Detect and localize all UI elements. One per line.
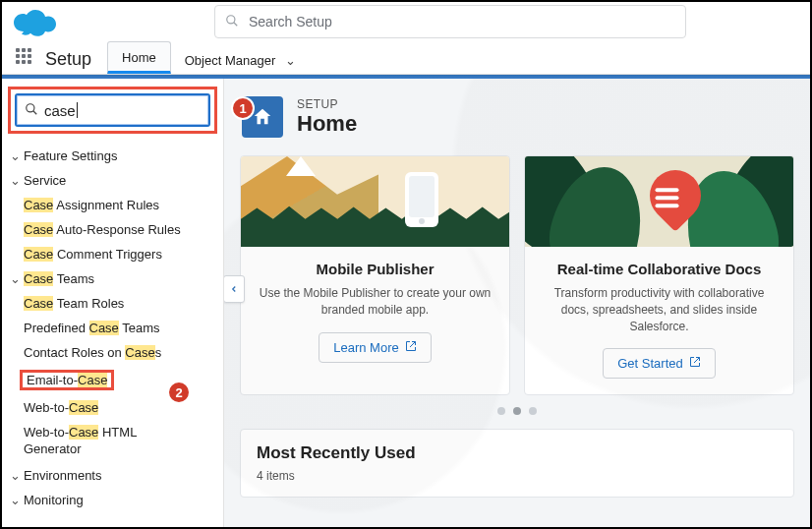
tree-node-feature-settings[interactable]: ⌄Feature Settings xyxy=(10,144,223,168)
chevron-down-icon: ⌄ xyxy=(10,148,22,163)
svg-line-3 xyxy=(33,110,37,114)
tab-home[interactable]: Home xyxy=(107,41,171,74)
callout-badge-1: 1 xyxy=(231,96,255,120)
global-search-input[interactable]: Search Setup xyxy=(214,5,686,38)
chevron-down-icon: ⌄ xyxy=(10,493,22,507)
tree-node-monitoring[interactable]: ⌄Monitoring xyxy=(10,488,223,512)
tree-node-web-to-case[interactable]: Web-to-Case xyxy=(10,395,223,420)
svg-line-1 xyxy=(234,22,238,26)
tree-node-web-to-case-html-generator[interactable]: Web-to-Case HTML Generator xyxy=(10,420,223,463)
tree-node-case-teams[interactable]: ⌄Case Teams xyxy=(10,266,223,291)
svg-point-2 xyxy=(27,103,34,111)
app-name: Setup xyxy=(45,49,91,70)
card-illustration xyxy=(525,156,793,247)
chevron-down-icon: ⌄ xyxy=(10,173,22,188)
tree-node-service[interactable]: ⌄Service xyxy=(10,168,223,193)
quick-find-value: case xyxy=(44,102,76,119)
tree-node-predefined-case-teams[interactable]: Predefined Case Teams xyxy=(10,316,223,340)
tree-node-email-to-case[interactable]: Email-to-Case xyxy=(10,365,223,395)
search-icon xyxy=(225,14,239,30)
collapse-sidebar-button[interactable] xyxy=(224,275,245,303)
quick-find-input[interactable]: case xyxy=(15,93,210,127)
svg-point-0 xyxy=(227,15,235,23)
callout-badge-2: 2 xyxy=(167,381,191,404)
tree-node-environments[interactable]: ⌄Environments xyxy=(10,463,223,488)
setup-home-content: SETUP Home Mobile Publisher Use the Mobi… xyxy=(224,79,810,527)
tree-node-case-auto-response-rules[interactable]: Case Auto-Response Rules xyxy=(10,217,223,242)
tab-object-manager[interactable]: Object Manager ⌄ xyxy=(171,45,310,74)
salesforce-logo xyxy=(10,6,57,37)
tree-node-case-assignment-rules[interactable]: Case Assignment Rules xyxy=(10,193,223,217)
search-icon xyxy=(25,102,38,119)
setup-sidebar: case ⌄Feature Settings ⌄Service Case Ass… xyxy=(2,79,224,527)
chevron-down-icon: ⌄ xyxy=(10,271,22,286)
tree-node-case-team-roles[interactable]: Case Team Roles xyxy=(10,291,223,316)
chevron-down-icon: ⌄ xyxy=(10,468,22,483)
callout-quick-find-box: case xyxy=(8,87,217,134)
global-search-placeholder: Search Setup xyxy=(249,14,332,29)
card-illustration xyxy=(241,156,509,247)
callout-email-to-case-box: Email-to-Case xyxy=(20,370,114,390)
setup-tree: ⌄Feature Settings ⌄Service Case Assignme… xyxy=(2,144,223,512)
chevron-down-icon: ⌄ xyxy=(285,53,296,68)
app-launcher-icon[interactable] xyxy=(16,48,35,68)
tree-node-contact-roles-on-cases[interactable]: Contact Roles on Cases xyxy=(10,340,223,365)
tree-node-case-comment-triggers[interactable]: Case Comment Triggers xyxy=(10,242,223,266)
